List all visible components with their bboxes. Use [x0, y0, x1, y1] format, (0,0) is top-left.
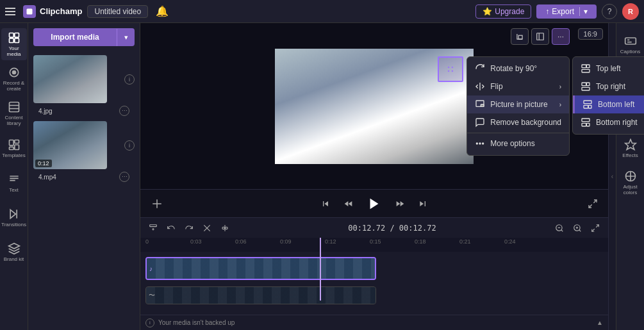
titlebar: Clipchamp Untitled video 🔔 ⭐ Upgrade ↑ E… — [0, 0, 644, 23]
svg-rect-35 — [584, 101, 591, 104]
status-bar: i Your media isn't backed up ▲ — [140, 315, 608, 330]
svg-rect-17 — [537, 33, 544, 40]
sidebar-item-transitions[interactable]: Transitions — [1, 201, 27, 233]
svg-point-20 — [452, 67, 453, 68]
media-info-icon[interactable]: i — [124, 74, 135, 85]
rotate-menu-item[interactable]: Rotate by 90° — [467, 60, 569, 78]
resize-button[interactable] — [531, 28, 549, 45]
media-panel: Import media ▾ i 4.jpg ⋯ — [28, 23, 140, 330]
svg-rect-38 — [582, 119, 590, 122]
add-media-button[interactable] — [148, 195, 166, 213]
submenu-top-left[interactable]: Top left — [573, 60, 644, 78]
svg-rect-2 — [14, 33, 19, 38]
menu-divider — [467, 133, 569, 133]
svg-rect-36 — [584, 105, 588, 108]
undo-button[interactable] — [163, 220, 179, 236]
list-item: i 4.jpg ⋯ — [33, 54, 135, 117]
media-thumbnail[interactable] — [33, 55, 107, 103]
svg-rect-4 — [14, 38, 19, 43]
more-button[interactable]: ··· — [552, 28, 570, 45]
media-more-icon[interactable]: ⋯ — [119, 172, 129, 182]
captions-panel-button[interactable]: Captions — [618, 28, 643, 60]
cut-button[interactable] — [199, 220, 215, 236]
svg-rect-32 — [582, 83, 586, 86]
media-info-icon[interactable]: i — [124, 140, 135, 151]
aspect-ratio-badge[interactable]: 16:9 — [578, 28, 603, 40]
svg-point-6 — [12, 71, 15, 74]
video-title[interactable]: Untitled video — [87, 5, 148, 18]
svg-rect-30 — [582, 69, 590, 72]
main-layout: Your media Record &create Contentlibrary… — [0, 23, 644, 330]
pip-menu-item[interactable]: Picture in picture › — [467, 95, 569, 113]
rewind-button[interactable] — [341, 196, 356, 211]
add-track-button[interactable] — [145, 220, 161, 236]
sidebar-item-your-media[interactable]: Your media — [1, 28, 27, 60]
svg-rect-33 — [582, 87, 590, 90]
playhead[interactable] — [320, 238, 321, 301]
media-more-icon[interactable]: ⋯ — [119, 106, 129, 116]
skip-back-button[interactable] — [318, 196, 333, 211]
svg-rect-1 — [9, 33, 13, 38]
export-icon: ↑ — [545, 7, 549, 16]
import-media-button[interactable]: Import media ▾ — [33, 28, 135, 46]
svg-rect-31 — [586, 65, 590, 68]
zoom-in-button[interactable] — [570, 220, 585, 236]
import-arrow[interactable]: ▾ — [117, 29, 135, 46]
media-thumbnail[interactable]: 0:12 — [33, 121, 107, 169]
media-panel-header: Import media ▾ — [28, 23, 140, 51]
submenu-bottom-right[interactable]: Bottom right — [573, 113, 644, 131]
menu-icon[interactable] — [5, 5, 18, 18]
timeline: 0 0:03 0:06 0:09 0:12 0:15 0:18 0:21 0:2… — [140, 238, 608, 315]
svg-line-54 — [579, 229, 581, 231]
list-item: 0:12 i 4.mp4 ⋯ — [33, 120, 135, 183]
svg-rect-40 — [586, 123, 590, 126]
app-logo: Clipchamp — [23, 5, 82, 18]
zoom-controls — [552, 220, 603, 236]
flip-menu-item[interactable]: Flip › — [467, 78, 569, 95]
help-button[interactable]: ? — [602, 4, 617, 19]
notification-icon[interactable]: 🔔 — [156, 5, 169, 17]
svg-point-28 — [483, 143, 484, 144]
video-controls-bar: ··· — [511, 28, 570, 45]
svg-marker-14 — [10, 210, 15, 218]
video-canvas — [275, 49, 474, 164]
sidebar-item-content-library[interactable]: Contentlibrary — [1, 97, 27, 129]
video-clip-1[interactable]: ♪ — [145, 257, 376, 280]
collapse-button[interactable]: ▲ — [597, 319, 603, 326]
effects-panel-button[interactable]: Effects — [618, 132, 643, 164]
upgrade-button[interactable]: ⭐ Upgrade — [475, 4, 531, 19]
svg-rect-44 — [150, 224, 157, 226]
remove-bg-menu-item[interactable]: Remove background — [467, 113, 569, 131]
svg-rect-11 — [14, 140, 19, 143]
sidebar-item-templates[interactable]: Templates — [1, 132, 27, 164]
playback-controls — [140, 189, 608, 217]
audio-clip-1[interactable]: 〜 — [145, 286, 376, 304]
redo-button[interactable] — [181, 220, 197, 236]
sidebar-item-text[interactable]: Text — [1, 167, 27, 199]
export-button[interactable]: ↑ Export ▾ — [536, 4, 597, 19]
adjust-colors-panel-button[interactable]: Adjustcolors — [618, 167, 643, 199]
timeline-track-2: 〜 — [145, 283, 603, 306]
svg-line-58 — [592, 229, 595, 231]
fit-timeline-button[interactable] — [588, 220, 603, 236]
play-button[interactable] — [364, 194, 384, 214]
fullscreen-button[interactable] — [585, 196, 600, 211]
sidebar-item-brand-kit[interactable]: Brand kit — [1, 236, 27, 268]
submenu-top-right[interactable]: Top right — [573, 78, 644, 95]
svg-rect-7 — [9, 103, 19, 112]
pip-handle[interactable] — [438, 56, 463, 82]
svg-point-27 — [479, 143, 481, 144]
crop-button[interactable] — [511, 28, 529, 45]
skip-forward-button[interactable] — [415, 196, 431, 211]
timeline-ruler: 0 0:03 0:06 0:09 0:12 0:15 0:18 0:21 0:2… — [140, 238, 608, 252]
svg-rect-16 — [518, 35, 522, 39]
avatar[interactable]: R — [622, 3, 639, 20]
split-button[interactable] — [217, 220, 233, 236]
svg-point-19 — [448, 67, 449, 68]
sidebar-item-record-create[interactable]: Record &create — [1, 63, 27, 95]
submenu-bottom-left[interactable]: Bottom left — [573, 95, 644, 113]
export-arrow: ▾ — [579, 7, 588, 16]
forward-button[interactable] — [392, 196, 408, 211]
zoom-out-button[interactable] — [552, 220, 567, 236]
more-options-menu-item[interactable]: More options — [467, 135, 569, 153]
